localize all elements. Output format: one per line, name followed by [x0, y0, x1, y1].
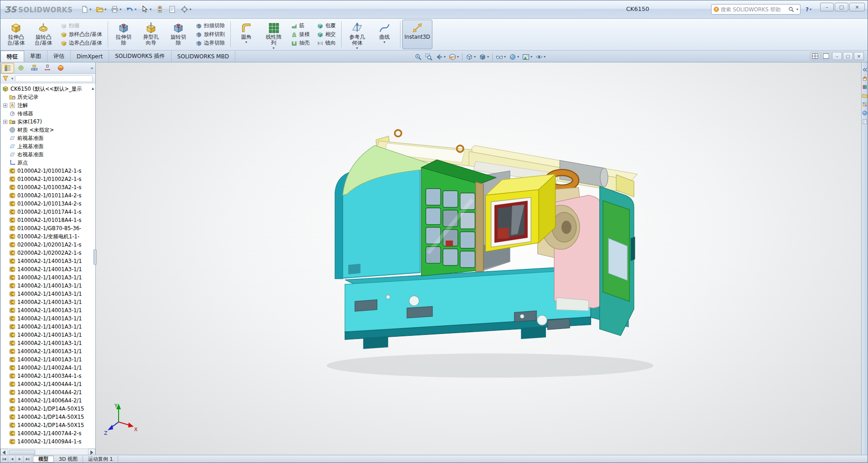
view-orientation-button[interactable]: ▾ — [464, 52, 477, 62]
curves-button[interactable]: 曲线▾ — [371, 20, 398, 49]
panel-splitter[interactable] — [94, 249, 97, 265]
tree-item[interactable]: 14000A2-1/14002A4-1/1 — [0, 364, 95, 372]
tree-item[interactable]: 14000A2-1/DP14A-50X15 — [0, 421, 95, 429]
file-explorer-icon[interactable] — [862, 93, 868, 98]
tree-item[interactable]: 14000A2-1/14009A4-1-s — [0, 437, 95, 446]
file-properties-button[interactable] — [166, 4, 178, 15]
wrap-button[interactable]: 包覆 — [315, 22, 338, 30]
dropdown-arrow-icon[interactable]: ▾ — [487, 55, 489, 59]
tree-item[interactable]: 14000A2-1/14001A3-1/1 — [0, 273, 95, 282]
tree-item[interactable]: 02000A2-1/02001A2-1-s — [0, 241, 95, 249]
tree-item[interactable]: 实体(167) — [0, 118, 95, 126]
print-button[interactable]: ▾ — [109, 4, 123, 15]
dropdown-arrow-icon[interactable]: ▾ — [530, 55, 532, 59]
tree-item[interactable]: 14000A2-1/14001A3-1/1 — [0, 306, 95, 314]
tree-item[interactable]: 前视基准面 — [0, 134, 95, 142]
tree-item[interactable]: 01000A2-1/01018A4-1-s — [0, 216, 95, 224]
tree-item[interactable]: 14000A2-1/14001A3-1/1 — [0, 331, 95, 339]
help-button[interactable]: ? ▾ — [803, 4, 814, 15]
collapse-panel-icon[interactable] — [862, 67, 868, 72]
intersect-button[interactable]: 相交 — [315, 31, 338, 39]
tree-item[interactable]: 14000A2-1/14001A3-1/1 — [0, 282, 95, 290]
doc-restore-button[interactable]: ▢ — [843, 52, 853, 60]
undo-button[interactable]: ▾ — [124, 4, 138, 15]
reference-geometry-button[interactable]: 参考几何体▾ — [343, 20, 371, 49]
new-document-button[interactable]: ▾ — [79, 4, 93, 15]
zoom-fit-button[interactable] — [413, 52, 423, 62]
model-canvas[interactable] — [96, 62, 862, 456]
doc-minimize-button[interactable]: – — [832, 52, 842, 60]
dropdown-arrow-icon[interactable]: ▾ — [504, 55, 506, 59]
manager-tab-configurationmanager[interactable] — [28, 63, 41, 73]
open-document-button[interactable]: ▾ — [94, 4, 108, 15]
scroll-next-button[interactable] — [16, 456, 24, 463]
dropdown-arrow-icon[interactable]: ▾ — [245, 40, 247, 44]
tree-item-root[interactable]: CK6150 (默认<<默认>_显示▴ — [0, 85, 95, 93]
tree-item[interactable]: 01000A2-1/01011A4-2-s — [0, 191, 95, 200]
revolved-boss-base-button[interactable]: 旋转凸台/基体 — [30, 20, 57, 49]
scrollbar-thumb[interactable] — [9, 450, 35, 455]
tree-item[interactable]: 14000A2-1/14001A3-1/1 — [0, 290, 95, 298]
boundary-cut-button[interactable]: 边界切除 — [194, 39, 227, 47]
manager-tab-dimxpertmanager[interactable] — [41, 63, 54, 73]
tree-item[interactable]: 01000A2-1/变频电机1-1- — [0, 232, 95, 241]
manager-tab-featuremanager[interactable] — [1, 63, 14, 73]
hole-wizard-button[interactable]: 异型孔向导 — [137, 20, 165, 49]
apply-scene-button[interactable]: ▾ — [521, 52, 534, 62]
dropdown-arrow-icon[interactable]: ▾ — [104, 7, 106, 11]
tree-item[interactable]: 14000A2-1/14007A4-2-s — [0, 429, 95, 437]
dropdown-arrow-icon[interactable]: ▾ — [474, 55, 476, 59]
manager-tab-displaymanager[interactable] — [54, 63, 67, 73]
tree-item[interactable]: 原点 — [0, 159, 95, 167]
tree-item[interactable]: 01000A2-1/01002A2-1-s — [0, 175, 95, 183]
tree-item[interactable]: 上视基准面 — [0, 142, 95, 150]
tree-item[interactable]: 01000A2-1/01013A4-2-s — [0, 200, 95, 208]
tab-cmd-3[interactable]: DimXpert — [71, 51, 109, 62]
resources-icon[interactable] — [862, 76, 868, 81]
zoom-area-button[interactable] — [424, 52, 434, 62]
options-button[interactable]: ▾ — [179, 4, 193, 15]
minimize-button[interactable]: – — [820, 3, 834, 11]
dropdown-arrow-icon[interactable]: ▾ — [120, 7, 121, 11]
manager-tab-overflow[interactable]: » — [90, 65, 94, 71]
tree-item[interactable]: 14000A2-1/14001A3-1/1 — [0, 314, 95, 323]
mirror-button[interactable]: 镜向 — [315, 39, 338, 47]
tab-cmd-5[interactable]: SOLIDWORKS MBD — [172, 51, 235, 62]
expand-icon[interactable] — [3, 120, 7, 124]
tree-item[interactable]: 14000A2-1/14001A3-1/1 — [0, 339, 95, 347]
restore-button[interactable]: ▢ — [835, 3, 848, 11]
tree-item[interactable]: 14000A2-1/14001A3-1/1 — [0, 257, 95, 265]
view-settings-button[interactable]: ▾ — [534, 52, 547, 62]
dropdown-arrow-icon[interactable]: ▾ — [457, 55, 459, 59]
shell-button[interactable]: 抽壳 — [289, 39, 312, 47]
lofted-cut-button[interactable]: 放样切割 — [194, 31, 227, 39]
tree-item[interactable]: 02000A2-1/02002A2-1-s — [0, 249, 95, 257]
tree-item[interactable]: 右视基准面 — [0, 150, 95, 159]
filter-input[interactable] — [15, 75, 93, 82]
hide-show-items-button[interactable]: ▾ — [494, 52, 507, 62]
single-viewport-button[interactable] — [821, 52, 831, 60]
tree-item[interactable]: 14000A2-1/14003A4-1-s — [0, 372, 95, 380]
collapse-all-button[interactable]: ▴ — [92, 86, 94, 91]
tree-item[interactable]: 14000A2-1/DP14A-50X15 — [0, 413, 95, 421]
tree-item[interactable]: 14000A2-1/14004A4-1/1 — [0, 380, 95, 388]
four-viewport-button[interactable] — [810, 52, 820, 60]
previous-view-button[interactable]: ▾ — [434, 52, 447, 62]
edit-appearance-button[interactable]: ▾ — [508, 52, 520, 62]
machine-end-cabinet[interactable] — [600, 186, 635, 336]
tree-item[interactable]: 材质 <未指定> — [0, 126, 95, 134]
tree-item[interactable]: 14000A2-1/14001A3-1/1 — [0, 323, 95, 331]
tree-item[interactable]: 历史记录 — [0, 93, 95, 101]
study-tab-0[interactable]: 模型 — [33, 456, 54, 463]
scroll-last-button[interactable] — [24, 456, 31, 463]
expand-icon[interactable] — [3, 103, 7, 108]
lofted-boss-button[interactable]: 放样凸台/基体 — [59, 31, 104, 39]
tree-item[interactable]: 14000A2-1/DP14A-50X15 — [0, 405, 95, 413]
magnifier-icon[interactable] — [788, 6, 794, 12]
tree-item[interactable]: 14000A2-1/14001A3-1/1 — [0, 347, 95, 355]
tab-cmd-1[interactable]: 草图 — [24, 51, 47, 62]
rebuild-button[interactable] — [154, 4, 166, 15]
select-button[interactable]: ▾ — [139, 4, 153, 15]
swept-boss-button[interactable]: 扫描 — [59, 22, 104, 30]
fillet-button[interactable]: 圆角▾ — [233, 20, 260, 49]
